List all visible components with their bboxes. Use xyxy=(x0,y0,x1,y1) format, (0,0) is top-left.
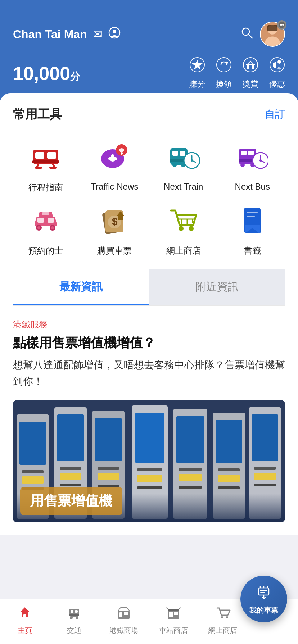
tools-grid: 行程指南 Traffic News xyxy=(13,137,285,257)
nav-station-shop[interactable]: 車站商店 xyxy=(149,604,198,635)
svg-rect-136 xyxy=(119,612,122,617)
station-shop-label: 車站商店 xyxy=(159,626,188,635)
tool-buy-ticket[interactable]: $ 購買車票 xyxy=(82,200,148,257)
user-name: Chan Tai Man xyxy=(13,28,87,41)
nav-mall[interactable]: 港鐵商場 xyxy=(99,604,149,635)
svg-point-144 xyxy=(221,616,223,618)
tool-next-bus[interactable]: Next Bus xyxy=(220,137,285,193)
svg-point-20 xyxy=(277,60,281,64)
earn-label: 賺分 xyxy=(189,79,205,90)
svg-point-49 xyxy=(191,159,193,162)
bookmark-label: 書籤 xyxy=(244,245,261,257)
svg-point-10 xyxy=(281,24,283,26)
mall-icon xyxy=(116,604,132,623)
profile-icon[interactable] xyxy=(108,27,121,42)
chat-badge xyxy=(277,20,286,30)
svg-rect-24 xyxy=(35,152,44,159)
tools-title: 常用工具 xyxy=(13,106,62,123)
redeem-icon xyxy=(216,57,232,76)
online-shop-icon xyxy=(164,200,203,240)
quick-action-redeem[interactable]: 換領 xyxy=(216,57,232,90)
svg-point-66 xyxy=(51,226,54,229)
svg-rect-86 xyxy=(19,422,46,465)
svg-point-35 xyxy=(114,157,117,160)
svg-rect-119 xyxy=(254,484,276,486)
svg-rect-126 xyxy=(260,592,265,593)
ticket-icon xyxy=(255,583,272,603)
nav-home[interactable]: 主頁 xyxy=(0,604,50,635)
svg-rect-117 xyxy=(254,467,276,470)
svg-rect-51 xyxy=(241,151,247,155)
tool-next-train[interactable]: Next Train xyxy=(151,137,216,193)
svg-point-19 xyxy=(270,58,284,72)
svg-rect-25 xyxy=(47,152,56,159)
svg-marker-21 xyxy=(273,62,276,68)
tool-online-shop[interactable]: 網上商店 xyxy=(151,200,216,257)
svg-point-134 xyxy=(76,616,78,619)
svg-point-11 xyxy=(283,24,284,26)
svg-point-9 xyxy=(280,24,281,26)
section-header: 常用工具 自訂 xyxy=(13,106,285,123)
svg-rect-104 xyxy=(137,486,162,489)
transport-label: 交通 xyxy=(67,626,81,635)
svg-rect-103 xyxy=(137,475,162,482)
station-shop-icon xyxy=(166,604,181,623)
svg-line-143 xyxy=(179,607,181,609)
news-category: 港鐵服務 xyxy=(13,319,285,330)
offers-label: 優惠 xyxy=(269,79,285,90)
transport-icon xyxy=(66,604,82,623)
svg-rect-111 xyxy=(216,420,242,463)
svg-point-74 xyxy=(189,226,194,231)
buy-ticket-label: 購買車票 xyxy=(97,245,132,257)
search-icon[interactable] xyxy=(240,26,253,42)
points-value: 10,000分 xyxy=(13,63,80,84)
tool-journey[interactable]: 行程指南 xyxy=(13,137,78,193)
tab-latest[interactable]: 最新資訊 xyxy=(13,269,149,305)
svg-rect-98 xyxy=(98,473,119,480)
svg-rect-139 xyxy=(169,612,173,617)
earn-icon xyxy=(189,57,205,76)
svg-rect-102 xyxy=(137,468,162,471)
customize-button[interactable]: 自訂 xyxy=(265,108,285,121)
tool-traffic-news[interactable]: Traffic News xyxy=(82,137,148,193)
svg-rect-128 xyxy=(23,614,26,617)
svg-rect-137 xyxy=(124,612,128,615)
tool-taxi[interactable]: 預約的士 xyxy=(13,200,78,257)
svg-rect-106 xyxy=(176,416,204,463)
svg-rect-116 xyxy=(252,414,278,461)
svg-point-2 xyxy=(242,28,249,35)
svg-rect-140 xyxy=(174,612,178,615)
svg-point-1 xyxy=(113,30,116,33)
header-bottom: 10,000分 賺分 xyxy=(13,57,285,90)
avatar[interactable] xyxy=(260,22,285,47)
svg-rect-91 xyxy=(57,414,84,461)
journey-label: 行程指南 xyxy=(28,182,63,193)
tabs-bar: 最新資訊 附近資訊 xyxy=(13,269,285,306)
svg-rect-108 xyxy=(179,474,202,481)
news-section: 港鐵服務 點樣用售票增值機增值？ 想幫八達通配飾增值，又唔想去客務中心排隊？售票… xyxy=(0,306,298,535)
svg-rect-109 xyxy=(179,486,202,489)
header: Chan Tai Man ✉ xyxy=(0,0,298,100)
quick-action-earn[interactable]: 賺分 xyxy=(189,57,205,90)
nav-transport[interactable]: 交通 xyxy=(50,604,99,635)
quick-action-offers[interactable]: 優惠 xyxy=(269,57,285,90)
mail-icon[interactable]: ✉ xyxy=(93,27,103,41)
my-tickets-button[interactable]: 我的車票 xyxy=(240,576,287,622)
quick-action-rewards[interactable]: 獎賞 xyxy=(243,57,258,90)
svg-rect-125 xyxy=(260,590,267,591)
next-train-label: Next Train xyxy=(164,182,203,192)
svg-point-60 xyxy=(259,159,262,162)
mall-label: 港鐵商場 xyxy=(109,626,138,635)
tool-bookmark[interactable]: 書籤 xyxy=(220,200,285,257)
svg-rect-82 xyxy=(247,212,258,213)
quick-actions: 賺分 換領 xyxy=(189,57,285,90)
svg-rect-93 xyxy=(60,473,81,480)
svg-rect-40 xyxy=(172,151,178,156)
svg-line-3 xyxy=(249,35,252,38)
next-bus-label: Next Bus xyxy=(235,182,270,192)
svg-rect-131 xyxy=(75,610,78,613)
news-image[interactable]: 用售票增值機 xyxy=(13,400,285,522)
nav-online-shop[interactable]: 網上商店 xyxy=(198,604,248,635)
tab-nearby[interactable]: 附近資訊 xyxy=(149,269,285,305)
svg-rect-97 xyxy=(98,467,119,470)
